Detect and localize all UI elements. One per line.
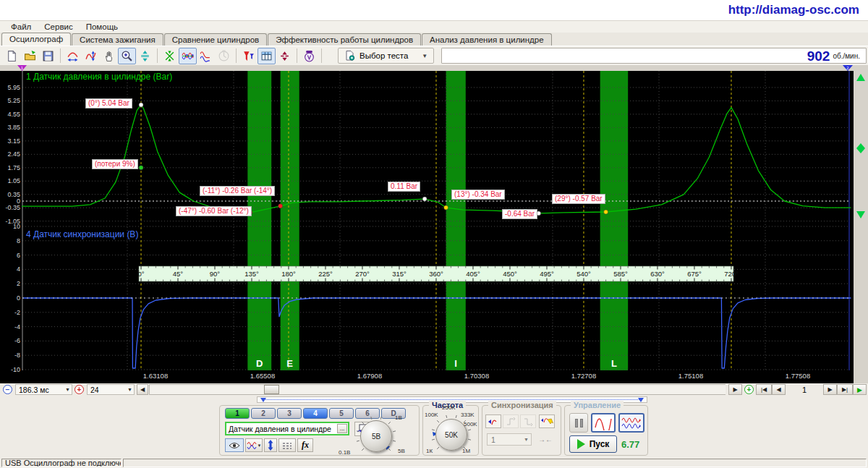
next-page-button[interactable]: ▶ (823, 384, 837, 395)
svg-text:-4: -4 (14, 323, 20, 331)
menu-service[interactable]: Сервис (38, 22, 79, 32)
app-window: http://diamag-osc.com Файл Сервис Помощь… (0, 0, 868, 468)
signal-name-field[interactable]: ... (225, 422, 349, 435)
grid-lines-button[interactable] (278, 438, 296, 452)
page-number: 1 (786, 384, 823, 395)
more-button[interactable]: ... (337, 424, 347, 433)
svg-text:4 Датчик синхронизации (В): 4 Датчик синхронизации (В) (26, 229, 138, 239)
chart-region: 0°45°90°135°180°225°270°315°360°405°450°… (0, 65, 868, 383)
start-button[interactable]: Пуск (569, 435, 617, 453)
trigger-filter-button[interactable] (239, 48, 258, 64)
svg-text:1 Датчик давления в цилиндре (: 1 Датчик давления в цилиндре (Bar) (26, 72, 172, 82)
range-handle-right[interactable] (638, 398, 644, 402)
svg-text:405°: 405° (466, 270, 480, 278)
continuous-capture-button[interactable] (618, 413, 644, 433)
play-pages-button[interactable]: ▶ (853, 384, 867, 395)
overlay-signals-button[interactable] (179, 48, 197, 64)
new-file-button[interactable] (3, 48, 21, 64)
rpm-unit: об./мин. (833, 52, 860, 60)
compress-signals-button[interactable] (161, 48, 179, 64)
svg-text:1.75108: 1.75108 (678, 372, 703, 380)
channel-1-button[interactable]: 1 (225, 408, 250, 419)
sync-channel-combo[interactable]: 1 ▼ (487, 433, 532, 446)
svg-text:4.55: 4.55 (7, 111, 20, 118)
frequency-knob-value[interactable]: 50K (435, 419, 467, 451)
menu-file[interactable]: Файл (4, 22, 38, 32)
signal-name-input[interactable] (226, 425, 337, 433)
dashed-lines-icon (282, 441, 292, 450)
signals-view-button[interactable] (197, 48, 215, 64)
split-view-button[interactable] (276, 48, 294, 64)
stretch-horizontal-button[interactable] (64, 48, 82, 64)
range-handle-left[interactable] (260, 398, 266, 402)
visibility-button[interactable] (225, 438, 244, 452)
test-select-combo[interactable]: Выбор теста ▼ (338, 48, 434, 64)
time-zoom-out-button[interactable]: − (3, 385, 12, 394)
single-capture-button[interactable] (591, 413, 616, 433)
site-url[interactable]: http://diamag-osc.com (728, 3, 859, 17)
time-scale-value: 186.3 мс (19, 386, 49, 394)
sync-falling-edge-button (520, 414, 536, 428)
menu-help[interactable]: Помощь (80, 22, 124, 32)
tab-cylinder-comparison[interactable]: Сравнение цилиндров (164, 33, 267, 46)
freq-label-1m: 1М (462, 448, 470, 454)
svg-text:1.75: 1.75 (7, 164, 20, 171)
svg-text:225°: 225° (318, 270, 333, 278)
last-page-button[interactable]: ▶| (837, 384, 853, 395)
stretch-vertical-button[interactable] (82, 48, 100, 64)
table-view-button[interactable] (258, 48, 276, 64)
time-zoom-in-button[interactable]: + (75, 385, 84, 394)
chevron-down-icon[interactable]: ▼ (422, 53, 427, 59)
channel-5-button[interactable]: 5 (329, 408, 354, 419)
channel-2-button[interactable]: 2 (251, 408, 276, 419)
svg-text:450°: 450° (503, 270, 517, 278)
oscilloscope-chart[interactable]: 0°45°90°135°180°225°270°315°360°405°450°… (0, 65, 868, 383)
pan-button[interactable] (100, 48, 118, 64)
amplitude-scale-button[interactable] (264, 438, 277, 452)
svg-text:45°: 45° (173, 270, 184, 278)
range-span (263, 399, 641, 400)
channel-4-button[interactable]: 4 (303, 408, 328, 419)
volts-label-5v: 5В (398, 448, 405, 454)
filter-icon (242, 50, 255, 62)
compress-signals-icon (163, 50, 176, 62)
tab-cylinder-pressure-analysis[interactable]: Анализ давления в цилиндре (422, 33, 552, 46)
volts-knob[interactable]: 5В (354, 414, 398, 458)
top-bar: http://diamag-osc.com (0, 0, 868, 20)
eye-icon (229, 441, 240, 451)
spread-button[interactable]: →← (536, 433, 555, 446)
scroll-left-button[interactable]: ◀ (137, 384, 148, 395)
add-page-button[interactable]: + (744, 385, 754, 394)
display-mode-button[interactable]: ▼ (245, 438, 263, 452)
prev-page-button[interactable]: ◀ (772, 384, 786, 395)
tab-oscilloscope[interactable]: Осциллограф (1, 33, 71, 46)
zoom-icon (121, 50, 133, 62)
sync-manual-button[interactable] (539, 414, 555, 428)
chevron-down-icon[interactable]: ▼ (65, 387, 70, 392)
channel-3-button[interactable]: 3 (277, 408, 302, 419)
freq-label-333k: 333K (461, 412, 475, 418)
auto-voltage-button[interactable] (300, 48, 318, 64)
horizontal-scrollbar[interactable] (149, 384, 726, 395)
stretch-vertical-icon (85, 50, 97, 62)
first-page-button[interactable]: |◀ (756, 384, 772, 395)
fit-vertical-button[interactable] (136, 48, 154, 64)
chevron-down-icon[interactable]: ▼ (127, 387, 132, 392)
time-scale-combo[interactable]: 186.3 мс ▼ (15, 384, 72, 395)
pager-controls: ▶ + |◀ ◀ 1 ▶ ▶| ▶ (728, 384, 867, 395)
save-file-button[interactable] (39, 48, 57, 64)
zoom-button[interactable] (118, 48, 136, 64)
formula-button[interactable]: fx (297, 438, 313, 452)
svg-text:1.63108: 1.63108 (143, 372, 168, 380)
open-file-button[interactable] (21, 48, 39, 64)
scroll-right-button[interactable]: ▶ (728, 384, 742, 395)
volts-knob-value[interactable]: 5В (360, 420, 392, 452)
scrollbar-thumb[interactable] (264, 385, 279, 394)
svg-text:5.25: 5.25 (7, 97, 20, 104)
tab-ignition-system[interactable]: Система зажигания (72, 33, 163, 46)
svg-text:1.05: 1.05 (7, 177, 20, 184)
divisions-combo[interactable]: 24 ▼ (87, 384, 135, 395)
sync-signal-button[interactable] (485, 414, 501, 428)
tab-cylinder-efficiency[interactable]: Эффективность работы цилиндров (268, 33, 421, 46)
svg-text:3.85: 3.85 (7, 124, 20, 131)
